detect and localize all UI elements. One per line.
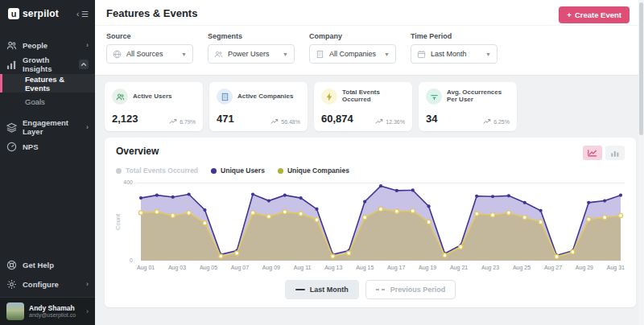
globe-icon: [113, 50, 122, 59]
plus-icon: +: [567, 10, 572, 19]
sidebar-item-configure[interactable]: Configure ›: [0, 274, 95, 294]
layers-icon: [6, 122, 17, 133]
avatar: [6, 302, 24, 320]
sidebar-item-label: Features & Events: [25, 75, 89, 93]
create-event-button[interactable]: + Create Event: [559, 6, 630, 23]
y-axis-title: Count: [114, 213, 122, 229]
dropdown-value: Last Month: [431, 50, 467, 58]
sidebar-item-nps[interactable]: NPS: [0, 137, 95, 156]
caret-down-icon: ▼: [485, 51, 491, 57]
x-axis-labels: Aug 01Aug 03Aug 05Aug 07Aug 09Aug 11Aug …: [137, 265, 625, 270]
x-tick-label: Aug 11: [294, 265, 312, 270]
sidebar-collapse-icon[interactable]: ‹ ☰: [76, 10, 89, 19]
legend-dot: [278, 168, 283, 174]
line-chart-toggle[interactable]: [583, 146, 602, 160]
y-axis: 400 Count 0: [116, 183, 137, 261]
sidebar-item-people[interactable]: People ›: [0, 35, 95, 55]
filter-company: Company All Companies ▼: [309, 32, 396, 64]
stat-trend: 12.36%: [375, 118, 405, 125]
company-dropdown[interactable]: All Companies ▼: [309, 44, 396, 64]
filter-source: Source All Sources ▼: [106, 32, 193, 64]
sidebar-item-get-help[interactable]: Get Help: [0, 255, 95, 274]
sidebar-item-label: Engagement Layer: [23, 118, 80, 136]
bar-chart-toggle[interactable]: [605, 146, 625, 160]
chart-plot-area[interactable]: [137, 183, 625, 261]
previous-period-button[interactable]: Previous Period: [365, 280, 456, 299]
legend-label: Unique Companies: [287, 167, 349, 175]
sidebar-item-goals[interactable]: Goals: [0, 93, 95, 111]
gauge-icon: [6, 142, 17, 152]
legend-total-events[interactable]: Total Events Occurred: [116, 167, 198, 175]
filter-label: Company: [309, 32, 396, 40]
segments-dropdown[interactable]: Power Users ▼: [208, 44, 295, 64]
stat-card-active-companies: Active Companies 471 56.48%: [209, 82, 308, 131]
x-tick-label: Aug 31: [607, 265, 625, 270]
x-tick-label: Aug 09: [262, 265, 280, 270]
logo-text: serpilot: [23, 8, 59, 19]
x-tick-label: Aug 21: [450, 265, 468, 270]
x-tick-label: Aug 01: [137, 265, 155, 270]
period-buttons: Last Month Previous Period: [116, 280, 625, 301]
legend-dot: [116, 168, 122, 174]
sidebar-item-label: Configure: [23, 280, 59, 289]
solid-line-icon: [295, 289, 305, 290]
sidebar-item-label: People: [23, 41, 47, 50]
user-name: Andy Shamah: [29, 304, 76, 312]
lightning-icon: [321, 88, 337, 105]
userpilot-logo-icon: u: [8, 8, 19, 19]
stat-title: Active Users: [133, 93, 171, 101]
page-title: Features & Events: [106, 7, 633, 19]
chevron-right-icon: ›: [86, 307, 89, 315]
x-tick-label: Aug 07: [231, 265, 249, 270]
stat-title: Active Companies: [237, 93, 293, 101]
last-month-button[interactable]: Last Month: [285, 280, 359, 299]
source-dropdown[interactable]: All Sources ▼: [106, 44, 193, 64]
stat-value: 60,874: [321, 113, 353, 125]
dropdown-value: All Sources: [126, 50, 163, 58]
users-icon: [112, 88, 128, 105]
user-email: andy@userpilot.co: [29, 312, 76, 319]
gear-icon: [6, 279, 17, 290]
user-profile[interactable]: Andy Shamah andy@userpilot.co ›: [0, 297, 95, 325]
time-period-dropdown[interactable]: Last Month ▼: [411, 44, 497, 64]
average-icon: [426, 88, 442, 105]
x-tick-label: Aug 17: [387, 265, 405, 270]
sidebar-item-label: Get Help: [23, 261, 54, 269]
sidebar-item-label: NPS: [23, 142, 39, 151]
logo: u serpilot ‹ ☰: [0, 0, 95, 29]
y-tick-max: 400: [123, 179, 133, 185]
sidebar-item-engagement-layer[interactable]: Engagement Layer ›: [0, 117, 95, 137]
chevron-up-icon[interactable]: [79, 60, 89, 69]
filter-segments: Segments Power Users ▼: [208, 32, 295, 64]
legend-unique-users[interactable]: Unique Users: [211, 167, 265, 175]
help-lifebuoy-icon: [6, 260, 17, 270]
stat-card-total-events: Total Events Occurred 60,874 12.36%: [314, 82, 412, 131]
sidebar-item-growth-insights[interactable]: Growth Insights: [0, 55, 95, 74]
stat-trend: 6.79%: [169, 118, 196, 125]
sidebar-item-features-events[interactable]: Features & Events: [0, 74, 95, 93]
legend-unique-companies[interactable]: Unique Companies: [278, 167, 349, 175]
building-icon: [217, 88, 233, 105]
scrollbar: [638, 0, 644, 325]
x-tick-label: Aug 29: [576, 265, 593, 270]
stat-value: 471: [217, 113, 234, 125]
calendar-icon: [417, 50, 426, 59]
stat-card-avg-occurrences: Avg. Occurrences Per User 34 6.25%: [419, 82, 517, 131]
overview-chart: 400 Count 0: [116, 183, 625, 261]
filter-label: Segments: [208, 32, 295, 40]
x-tick-label: Aug 13: [324, 265, 342, 270]
line-chart-icon: [588, 149, 597, 157]
sidebar-nav: People › Growth Insights Features & Even…: [0, 35, 95, 156]
legend-label: Unique Users: [221, 167, 265, 175]
dropdown-value: Power Users: [228, 50, 270, 58]
sidebar: u serpilot ‹ ☰ People › Growth Insights …: [0, 0, 95, 325]
stat-value: 34: [426, 113, 437, 125]
app-window: u serpilot ‹ ☰ People › Growth Insights …: [0, 0, 644, 325]
overview-title: Overview: [116, 146, 159, 157]
chevron-right-icon: ›: [86, 280, 89, 288]
trend-up-icon: [270, 118, 279, 125]
scrollbar-thumb[interactable]: [639, 2, 643, 135]
sidebar-item-label: Goals: [25, 97, 45, 106]
caret-down-icon: ▼: [283, 51, 288, 57]
dropdown-value: All Companies: [329, 50, 376, 58]
